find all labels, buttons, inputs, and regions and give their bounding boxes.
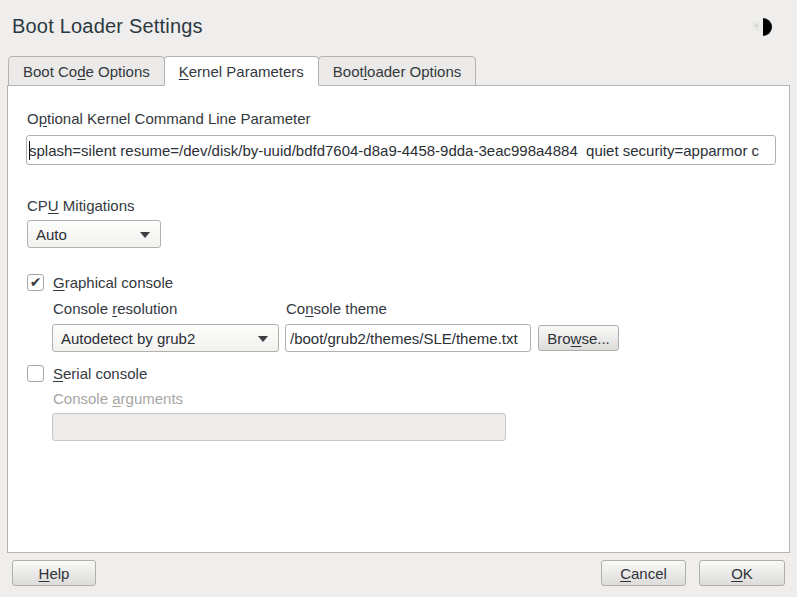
tab-boot-code-options[interactable]: Boot Code Options <box>8 56 165 86</box>
console-theme-label: Console theme <box>286 300 387 317</box>
tab-kernel-parameters[interactable]: Kernel Parameters <box>164 56 319 86</box>
console-arguments-label: Console arguments <box>53 390 183 407</box>
boot-loader-settings-dialog: { "window": { "title": "Boot Loader Sett… <box>0 0 797 597</box>
text-caret <box>29 141 30 160</box>
sun-icon: ☀ <box>750 19 763 33</box>
kernel-cmdline-label: Optional Kernel Command Line Parameter <box>27 110 310 127</box>
cpu-mitigations-value: Auto <box>36 226 67 243</box>
console-arguments-input <box>52 413 506 441</box>
serial-console-label[interactable]: Serial console <box>53 365 147 382</box>
browse-button[interactable]: Browse... <box>538 325 619 351</box>
serial-console-checkbox[interactable]: ✔ <box>27 365 44 382</box>
cpu-mitigations-dropdown[interactable]: Auto <box>27 220 161 248</box>
moon-icon <box>763 18 772 36</box>
tab-bootloader-options[interactable]: Bootloader Options <box>318 56 476 86</box>
theme-toggle-icon[interactable]: ☀ <box>750 16 780 38</box>
kernel-parameters-panel: Optional Kernel Command Line Parameter C… <box>7 85 790 553</box>
chevron-down-icon <box>140 232 150 238</box>
tab-bar: Boot Code Options Kernel Parameters Boot… <box>8 56 475 86</box>
checkmark-icon: ✔ <box>30 274 42 290</box>
cancel-button[interactable]: Cancel <box>601 560 686 586</box>
console-theme-input[interactable] <box>285 324 531 352</box>
graphical-console-label[interactable]: Graphical console <box>53 274 173 291</box>
console-resolution-value: Autodetect by grub2 <box>61 330 195 347</box>
console-resolution-dropdown[interactable]: Autodetect by grub2 <box>52 324 279 352</box>
cpu-mitigations-label: CPU Mitigations <box>27 197 135 214</box>
console-resolution-label: Console resolution <box>53 300 177 317</box>
ok-button[interactable]: OK <box>699 560 785 586</box>
page-title: Boot Loader Settings <box>12 15 203 38</box>
chevron-down-icon <box>258 336 268 342</box>
kernel-cmdline-input[interactable] <box>26 135 776 165</box>
help-button[interactable]: Help <box>12 560 96 586</box>
graphical-console-checkbox[interactable]: ✔ <box>27 274 44 291</box>
